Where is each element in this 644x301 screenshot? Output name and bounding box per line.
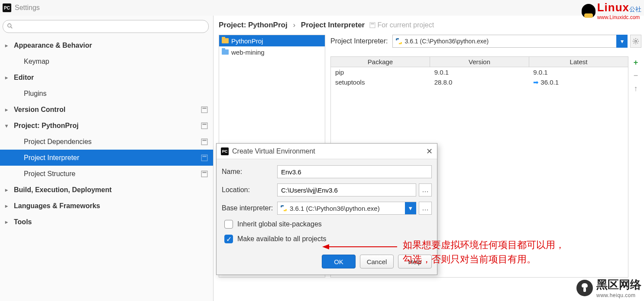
svg-rect-2 xyxy=(201,107,207,113)
cell-version: 28.8.0 xyxy=(430,77,529,88)
folder-icon xyxy=(222,38,229,43)
close-button[interactable]: ✕ xyxy=(426,147,433,156)
sidebar-item[interactable]: ▸Tools xyxy=(0,214,213,230)
chevron-icon: ▸ xyxy=(5,219,11,225)
col-version[interactable]: Version xyxy=(430,57,529,67)
chevron-icon: ▸ xyxy=(5,43,11,49)
table-header: Package Version Latest xyxy=(331,57,628,67)
sidebar-item[interactable]: ▾Project: PythonProj xyxy=(0,118,213,134)
scope-icon xyxy=(201,154,208,161)
svg-rect-5 xyxy=(202,124,206,124)
add-package-button[interactable]: + xyxy=(631,58,640,67)
cell-package: pip xyxy=(331,67,430,77)
table-row[interactable]: pip9.0.19.0.1 xyxy=(331,67,628,77)
tux-icon xyxy=(582,4,595,18)
scope-icon xyxy=(201,138,208,145)
name-label: Name: xyxy=(222,168,277,176)
base-interpreter-label: Base interpreter: xyxy=(222,204,277,212)
location-input[interactable] xyxy=(277,183,416,196)
svg-rect-4 xyxy=(201,123,207,129)
col-package[interactable]: Package xyxy=(331,57,430,67)
inherit-checkbox-row[interactable]: Inherit global site-packages xyxy=(224,220,432,229)
sidebar-item[interactable]: ▸Appearance & Behavior xyxy=(0,37,213,53)
svg-rect-6 xyxy=(201,139,207,145)
svg-rect-9 xyxy=(202,156,206,157)
interpreter-select[interactable]: 3.6.1 (C:\Python36\python.exe) ▾ xyxy=(392,35,628,48)
chevron-icon: ▸ xyxy=(5,187,11,193)
project-item[interactable]: PythonProj xyxy=(219,35,325,46)
available-checkbox[interactable]: ✓ xyxy=(224,235,233,243)
watermark-linux: Linux公社 www.Linuxidc.com xyxy=(582,1,641,20)
col-latest[interactable]: Latest xyxy=(529,57,628,67)
chevron-icon: ▸ xyxy=(5,203,11,209)
settings-gear-button[interactable] xyxy=(630,35,641,48)
dropdown-icon[interactable]: ▾ xyxy=(616,35,628,48)
sidebar-item[interactable]: ▸Languages & Frameworks xyxy=(0,198,213,214)
python-icon xyxy=(395,38,402,45)
python-icon xyxy=(280,205,287,212)
browse-interpreter-button[interactable]: … xyxy=(419,202,432,215)
sidebar-item[interactable]: Plugins xyxy=(0,85,213,101)
project-item[interactable]: web-mining xyxy=(219,46,325,58)
sidebar-item-label: Version Control xyxy=(14,106,65,114)
name-input[interactable] xyxy=(277,165,432,178)
upgrade-package-button[interactable]: ↑ xyxy=(631,84,640,93)
sidebar-item[interactable]: ▸Editor xyxy=(0,69,213,85)
sidebar-item-label: Appearance & Behavior xyxy=(14,42,92,49)
mushroom-icon xyxy=(576,280,593,296)
sidebar-item[interactable]: Keymap xyxy=(0,53,213,69)
interpreter-label: Project Interpreter: xyxy=(330,37,388,45)
sidebar-item-label: Editor xyxy=(14,74,34,82)
svg-point-14 xyxy=(635,40,637,42)
chevron-icon: ▸ xyxy=(5,75,11,81)
sidebar-item-label: Project: PythonProj xyxy=(14,122,78,130)
available-checkbox-row[interactable]: ✓ Make available to all projects xyxy=(224,235,432,243)
settings-sidebar: ▸Appearance & BehaviorKeymap▸EditorPlugi… xyxy=(0,16,214,301)
breadcrumb-parent: Project: PythonProj xyxy=(219,21,288,29)
dropdown-icon[interactable]: ▾ xyxy=(405,202,416,214)
breadcrumb: Project: PythonProj › Project Interprete… xyxy=(219,21,641,29)
svg-rect-12 xyxy=(370,23,375,28)
titlebar: PC Settings xyxy=(0,0,644,16)
table-row[interactable]: setuptools28.8.0➡36.0.1 xyxy=(331,77,628,88)
window-title: Settings xyxy=(15,4,40,12)
svg-line-19 xyxy=(634,39,634,40)
inherit-label: Inherit global site-packages xyxy=(237,220,322,228)
scope-icon xyxy=(201,106,208,113)
sidebar-item[interactable]: ▸Version Control xyxy=(0,101,213,118)
sidebar-item-label: Project Structure xyxy=(24,170,75,178)
package-actions: + − ↑ xyxy=(630,56,641,278)
svg-rect-3 xyxy=(202,108,206,108)
sidebar-item[interactable]: ▸Build, Execution, Deployment xyxy=(0,182,213,198)
svg-rect-10 xyxy=(201,171,207,177)
dialog-title: Create Virtual Environment xyxy=(232,147,315,155)
project-name: PythonProj xyxy=(231,37,263,45)
search-input[interactable] xyxy=(3,20,209,33)
svg-point-0 xyxy=(8,24,11,27)
location-label: Location: xyxy=(222,186,277,194)
upgrade-arrow-icon: ➡ xyxy=(533,79,539,86)
project-name: web-mining xyxy=(231,49,265,56)
sidebar-item[interactable]: Project Structure xyxy=(0,166,213,182)
sidebar-item-label: Project Dependencies xyxy=(24,138,92,146)
gear-icon xyxy=(632,38,639,45)
sidebar-item[interactable]: Project Dependencies xyxy=(0,134,213,150)
cancel-button[interactable]: Cancel xyxy=(360,255,394,268)
sidebar-item[interactable]: Project Interpreter xyxy=(0,150,213,166)
svg-rect-8 xyxy=(201,155,207,161)
ok-button[interactable]: OK xyxy=(322,255,356,268)
search-wrap xyxy=(0,16,213,37)
app-icon: PC xyxy=(221,147,229,155)
cell-latest: ➡36.0.1 xyxy=(529,77,628,88)
inherit-checkbox[interactable] xyxy=(224,220,233,229)
cell-latest: 9.0.1 xyxy=(529,67,628,77)
cell-package: setuptools xyxy=(331,77,430,88)
chevron-icon: ▸ xyxy=(5,107,11,113)
base-interpreter-select[interactable]: 3.6.1 (C:\Python36\python.exe) ▾ xyxy=(277,202,416,215)
browse-location-button[interactable]: … xyxy=(419,183,432,196)
base-interpreter-value: 3.6.1 (C:\Python36\python.exe) xyxy=(290,205,380,212)
svg-rect-7 xyxy=(202,140,206,141)
svg-line-21 xyxy=(634,43,634,44)
svg-line-20 xyxy=(638,43,638,44)
remove-package-button[interactable]: − xyxy=(631,71,640,80)
